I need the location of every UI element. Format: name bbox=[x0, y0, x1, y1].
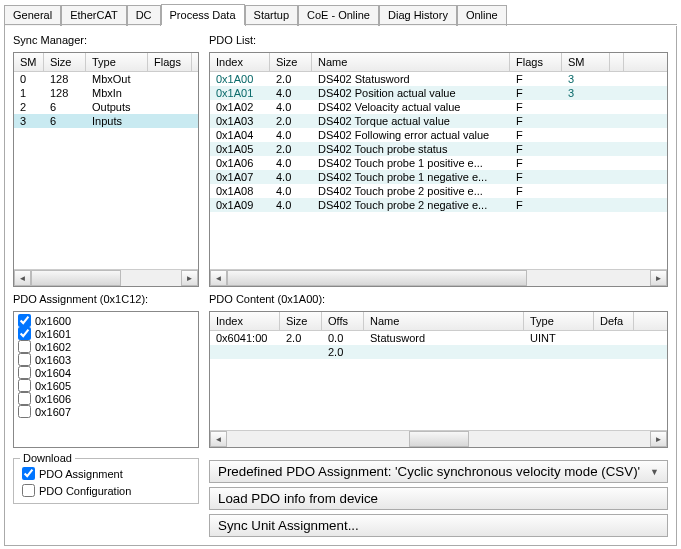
column-header[interactable]: Index bbox=[210, 312, 280, 330]
pdo-assignment-list[interactable]: 0x16000x16010x16020x16030x16040x16050x16… bbox=[13, 311, 199, 448]
scroll-right-icon[interactable]: ► bbox=[650, 431, 667, 447]
scroll-left-icon[interactable]: ◄ bbox=[210, 270, 227, 286]
table-row[interactable]: 0x1A084.0DS402 Touch probe 2 positive e.… bbox=[210, 184, 667, 198]
table-row[interactable]: 0x1A002.0DS402 StatuswordF3 bbox=[210, 72, 667, 86]
pdo-assignment-item[interactable]: 0x1600 bbox=[18, 314, 194, 327]
pdo-list-title: PDO List: bbox=[209, 34, 668, 46]
column-header[interactable]: Size bbox=[280, 312, 322, 330]
column-header[interactable]: Size bbox=[270, 53, 312, 71]
table-row[interactable]: 0x1A024.0DS402 Veloacity actual valueF bbox=[210, 100, 667, 114]
column-header[interactable]: SM bbox=[14, 53, 44, 71]
column-header[interactable]: Name bbox=[364, 312, 524, 330]
table-row[interactable]: 26Outputs bbox=[14, 100, 198, 114]
predefined-pdo-button[interactable]: Predefined PDO Assignment: 'Cyclic synch… bbox=[209, 460, 668, 483]
pdo-assignment-item[interactable]: 0x1604 bbox=[18, 366, 194, 379]
checkbox[interactable] bbox=[18, 340, 31, 353]
download-pdo-config-label: PDO Configuration bbox=[39, 485, 131, 497]
scrollbar-horizontal[interactable]: ◄ ► bbox=[14, 269, 198, 286]
download-pdo-config-checkbox[interactable] bbox=[22, 484, 35, 497]
table-row[interactable]: 0x6041:002.00.0StatuswordUINT bbox=[210, 331, 667, 345]
column-header[interactable] bbox=[610, 53, 624, 71]
cell: 0x1A01 bbox=[210, 86, 270, 100]
table-row[interactable]: 0x1A032.0DS402 Torque actual valueF bbox=[210, 114, 667, 128]
scroll-thumb[interactable] bbox=[227, 270, 527, 286]
column-header[interactable]: Size bbox=[44, 53, 86, 71]
tab-coe-online[interactable]: CoE - Online bbox=[298, 5, 379, 26]
scroll-thumb[interactable] bbox=[31, 270, 121, 286]
table-row[interactable]: 0x1A064.0DS402 Touch probe 1 positive e.… bbox=[210, 156, 667, 170]
checkbox[interactable] bbox=[18, 405, 31, 418]
column-header[interactable]: Flags bbox=[148, 53, 192, 71]
download-pdo-assignment-checkbox[interactable] bbox=[22, 467, 35, 480]
cell: 0x1A02 bbox=[210, 100, 270, 114]
cell: DS402 Touch probe 1 positive e... bbox=[312, 156, 510, 170]
checkbox[interactable] bbox=[18, 366, 31, 379]
cell: F bbox=[510, 156, 562, 170]
cell: 0x1A08 bbox=[210, 184, 270, 198]
table-row[interactable]: 2.0 bbox=[210, 345, 667, 359]
pdo-assignment-item[interactable]: 0x1606 bbox=[18, 392, 194, 405]
pdo-assignment-label: 0x1605 bbox=[35, 380, 71, 392]
scroll-left-icon[interactable]: ◄ bbox=[210, 431, 227, 447]
pdo-assignment-item[interactable]: 0x1607 bbox=[18, 405, 194, 418]
checkbox[interactable] bbox=[18, 379, 31, 392]
column-header[interactable]: Type bbox=[86, 53, 148, 71]
cell: DS402 Touch probe status bbox=[312, 142, 510, 156]
column-header[interactable]: Type bbox=[524, 312, 594, 330]
table-row[interactable]: 0x1A052.0DS402 Touch probe statusF bbox=[210, 142, 667, 156]
cell: UINT bbox=[524, 331, 594, 345]
tab-startup[interactable]: Startup bbox=[245, 5, 298, 26]
table-row[interactable]: 0x1A044.0DS402 Following error actual va… bbox=[210, 128, 667, 142]
cell: DS402 Touch probe 2 negative e... bbox=[312, 198, 510, 212]
checkbox[interactable] bbox=[18, 392, 31, 405]
table-row[interactable]: 0x1A074.0DS402 Touch probe 1 negative e.… bbox=[210, 170, 667, 184]
column-header[interactable]: Index bbox=[210, 53, 270, 71]
table-row[interactable]: 0x1A014.0DS402 Position actual valueF3 bbox=[210, 86, 667, 100]
pdo-assignment-item[interactable]: 0x1605 bbox=[18, 379, 194, 392]
sync-manager-grid[interactable]: SMSizeTypeFlags 0128MbxOut1128MbxIn26Out… bbox=[13, 52, 199, 287]
pdo-list-grid[interactable]: IndexSizeNameFlagsSM 0x1A002.0DS402 Stat… bbox=[209, 52, 668, 287]
cell bbox=[562, 114, 610, 128]
predefined-pdo-label: Predefined PDO Assignment: 'Cyclic synch… bbox=[218, 464, 640, 479]
cell bbox=[562, 156, 610, 170]
pdo-assignment-item[interactable]: 0x1603 bbox=[18, 353, 194, 366]
tab-online[interactable]: Online bbox=[457, 5, 507, 26]
tab-dc[interactable]: DC bbox=[127, 5, 161, 26]
tab-process-data[interactable]: Process Data bbox=[161, 4, 245, 25]
table-row[interactable]: 36Inputs bbox=[14, 114, 198, 128]
cell: DS402 Touch probe 1 negative e... bbox=[312, 170, 510, 184]
column-header[interactable]: Name bbox=[312, 53, 510, 71]
pdo-assignment-item[interactable]: 0x1602 bbox=[18, 340, 194, 353]
scroll-right-icon[interactable]: ► bbox=[650, 270, 667, 286]
table-row[interactable]: 1128MbxIn bbox=[14, 86, 198, 100]
tab-diag-history[interactable]: Diag History bbox=[379, 5, 457, 26]
column-header[interactable]: SM bbox=[562, 53, 610, 71]
checkbox[interactable] bbox=[18, 353, 31, 366]
checkbox[interactable] bbox=[18, 314, 31, 327]
pdo-content-grid[interactable]: IndexSizeOffsNameTypeDefa 0x6041:002.00.… bbox=[209, 311, 668, 448]
cell: 0 bbox=[14, 72, 44, 86]
scrollbar-horizontal[interactable]: ◄ ► bbox=[210, 430, 667, 447]
column-header[interactable]: Offs bbox=[322, 312, 364, 330]
sync-unit-button[interactable]: Sync Unit Assignment... bbox=[209, 514, 668, 537]
table-row[interactable]: 0x1A094.0DS402 Touch probe 2 negative e.… bbox=[210, 198, 667, 212]
download-pdo-assignment-label: PDO Assignment bbox=[39, 468, 123, 480]
column-header[interactable]: Flags bbox=[510, 53, 562, 71]
load-pdo-button[interactable]: Load PDO info from device bbox=[209, 487, 668, 510]
scroll-left-icon[interactable]: ◄ bbox=[14, 270, 31, 286]
cell bbox=[148, 114, 192, 128]
cell: 0x1A06 bbox=[210, 156, 270, 170]
cell: F bbox=[510, 128, 562, 142]
cell: DS402 Position actual value bbox=[312, 86, 510, 100]
scrollbar-horizontal[interactable]: ◄ ► bbox=[210, 269, 667, 286]
cell: 2.0 bbox=[270, 72, 312, 86]
pdo-assignment-item[interactable]: 0x1601 bbox=[18, 327, 194, 340]
table-row[interactable]: 0128MbxOut bbox=[14, 72, 198, 86]
tab-ethercat[interactable]: EtherCAT bbox=[61, 5, 126, 26]
tab-general[interactable]: General bbox=[4, 5, 61, 26]
column-header[interactable]: Defa bbox=[594, 312, 634, 330]
scroll-right-icon[interactable]: ► bbox=[181, 270, 198, 286]
cell: 0x1A07 bbox=[210, 170, 270, 184]
checkbox[interactable] bbox=[18, 327, 31, 340]
scroll-thumb[interactable] bbox=[409, 431, 469, 447]
